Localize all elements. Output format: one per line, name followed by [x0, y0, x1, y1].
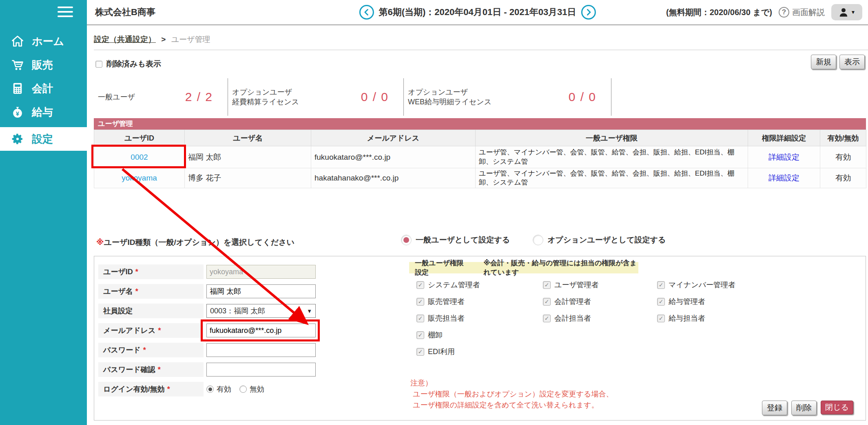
login-disabled-radio[interactable]: 無効	[239, 384, 264, 394]
col-email: メールアドレス	[311, 130, 476, 146]
sidebar-item-home[interactable]: ホーム	[0, 29, 87, 53]
check-icon: ✓	[418, 332, 423, 338]
close-button[interactable]: 閉じる	[821, 401, 853, 414]
license-summary: 一般ユーザ 2 / 2 オプションユーザ 経費精算ライセンス 0 / 0 オプシ…	[94, 78, 611, 116]
display-button[interactable]: 表示	[839, 55, 865, 69]
show-deleted-label: 削除済みも表示	[106, 59, 161, 69]
sidebar-item-payroll[interactable]: ¥ 給与	[0, 100, 87, 124]
required-mark: *	[158, 366, 161, 374]
sidebar-item-label: 会計	[32, 81, 53, 96]
breadcrumb-separator: >	[161, 35, 166, 44]
checkbox-checked[interactable]: ✓	[416, 298, 424, 306]
new-button[interactable]: 新規	[811, 55, 836, 69]
field-label: ユーザID	[103, 267, 133, 277]
license-web-payslip: オプションユーザ WEB給与明細ライセンス 0 / 0	[404, 78, 611, 116]
moneybag-icon: ¥	[11, 105, 24, 119]
breadcrumb: 設定（共通設定） > ユーザ管理	[94, 34, 210, 45]
checkbox-checked[interactable]: ✓	[543, 298, 551, 306]
app-header: 株式会社B商事 第6期(当期)：2020年04月01日 - 2021年03月31…	[87, 0, 868, 25]
calculator-icon	[11, 81, 24, 95]
hamburger-menu-icon[interactable]	[58, 7, 73, 17]
next-period-button[interactable]	[581, 5, 596, 20]
form-row-login-status: ログイン有効/無効* 有効 無効	[98, 382, 316, 396]
checkbox-checked[interactable]: ✓	[543, 315, 551, 322]
login-status-radio-group: 有効 無効	[206, 384, 264, 394]
radio-general-label: 一般ユーザとして設定する	[416, 235, 510, 245]
checkbox-checked[interactable]: ✓	[416, 331, 424, 339]
header-right: (無料期間：2020/06/30 まで) ? 画面解説 ▼	[666, 4, 862, 20]
col-permissions: 一般ユーザ権限	[476, 130, 748, 146]
employee-select[interactable]: 0003：福岡 太郎 ▼	[206, 304, 316, 318]
note-mark: ※	[96, 238, 104, 247]
sidebar-item-label: 設定	[32, 132, 53, 146]
license-label2: WEB給与明細ライセンス	[408, 97, 492, 107]
check-icon: ✓	[418, 298, 423, 305]
screen-help-button[interactable]: ? 画面解説	[779, 7, 825, 18]
permission-settings-header: 一般ユーザ権限設定 ※会計・販売・給与の管理には担当の権限が含まれています	[409, 262, 638, 273]
status-cell: 有効	[820, 168, 866, 188]
user-id-link[interactable]: yokoyama	[122, 174, 157, 182]
check-icon: ✓	[545, 298, 549, 305]
caution-title: 注意）	[410, 378, 613, 389]
checkbox-checked[interactable]: ✓	[657, 281, 665, 289]
col-user-name: ユーザ名	[185, 130, 311, 146]
email-cell: fukuokataro@***.co.jp	[311, 146, 476, 168]
trial-period-text: (無料期間：2020/06/30 まで)	[666, 7, 772, 18]
form-fields: ユーザID* ユーザ名* 社員設定 0003：福岡 太郎 ▼ メールアドレス* …	[98, 264, 316, 401]
checkbox-checked[interactable]: ✓	[657, 315, 665, 322]
home-icon	[11, 34, 24, 48]
delete-button[interactable]: 削除	[791, 401, 817, 415]
checkbox-checked[interactable]: ✓	[543, 281, 551, 289]
email-field[interactable]	[206, 324, 316, 337]
user-id-field[interactable]	[206, 265, 316, 279]
perm-accounting-staff: ✓会計担当者	[543, 313, 657, 323]
perm-edi: ✓EDI利用	[416, 347, 543, 357]
perm-accounting-admin: ✓会計管理者	[543, 297, 657, 306]
license-label: オプションユーザ	[232, 87, 299, 97]
login-enabled-label: 有効	[217, 384, 231, 394]
table-row: 0002 福岡 太郎 fukuokataro@***.co.jp ユーザ管、マイ…	[94, 146, 866, 168]
checkbox-checked[interactable]: ✓	[416, 281, 424, 289]
login-enabled-radio[interactable]: 有効	[206, 384, 231, 394]
field-label: ユーザ名	[103, 286, 133, 296]
check-icon: ✓	[659, 282, 664, 288]
radio-option-user[interactable]: オプションユーザとして設定する	[533, 235, 666, 245]
perm-mynumber-admin: ✓マイナンバー管理者	[657, 280, 735, 290]
radio-unselected-icon	[239, 385, 247, 393]
permission-settings-note: ※会計・販売・給与の管理には担当の権限が含まれています	[483, 258, 638, 277]
license-count: 2 / 2	[185, 90, 213, 104]
cart-icon	[11, 58, 24, 72]
user-account-menu[interactable]: ▼	[831, 4, 862, 20]
perm-inventory: ✓棚卸	[416, 330, 543, 340]
fiscal-period-title: 第6期(当期)：2020年04月01日 - 2021年03月31日	[379, 6, 576, 18]
register-button[interactable]: 登録	[762, 401, 787, 415]
detail-settings-link[interactable]: 詳細設定	[768, 153, 799, 161]
sidebar-item-sales[interactable]: 販売	[0, 53, 87, 77]
user-management-table: ユーザ管理 ユーザID ユーザ名 メールアドレス 一般ユーザ権限 権限詳細設定 …	[94, 118, 866, 188]
user-name-field[interactable]	[206, 284, 316, 298]
prev-period-button[interactable]	[359, 5, 374, 20]
checkbox-checked[interactable]: ✓	[416, 348, 424, 356]
license-label2: 経費精算ライセンス	[232, 97, 299, 107]
password-field[interactable]	[206, 343, 316, 357]
password-confirm-field[interactable]	[206, 363, 316, 377]
form-buttons: 登録 削除 閉じる	[762, 401, 853, 415]
sidebar-item-label: 販売	[32, 58, 53, 72]
user-id-type-note: ※ユーザID種類（一般/オプション）を選択してください	[96, 237, 294, 248]
caution-note: 注意） ユーザ権限（一般およびオプション）設定を変更する場合、 ユーザ権限の詳細…	[410, 378, 613, 411]
check-icon: ✓	[545, 315, 549, 322]
radio-general-user[interactable]: 一般ユーザとして設定する	[401, 235, 510, 245]
detail-settings-link[interactable]: 詳細設定	[768, 174, 799, 182]
check-icon: ✓	[659, 315, 664, 322]
breadcrumb-settings-link[interactable]: 設定（共通設定）	[94, 35, 156, 44]
checkbox-checked[interactable]: ✓	[657, 298, 665, 306]
field-label: メールアドレス	[103, 326, 156, 335]
perm-sales-admin: ✓販売管理者	[416, 297, 543, 306]
checkbox-checked[interactable]: ✓	[416, 315, 424, 322]
user-id-link[interactable]: 0002	[131, 153, 148, 161]
form-row-email: メールアドレス*	[98, 323, 316, 338]
sidebar-item-settings[interactable]: 設定	[0, 127, 87, 151]
show-deleted-checkbox[interactable]	[95, 61, 102, 68]
sidebar-item-accounting[interactable]: 会計	[0, 77, 87, 100]
user-name-cell: 博多 花子	[185, 168, 311, 188]
